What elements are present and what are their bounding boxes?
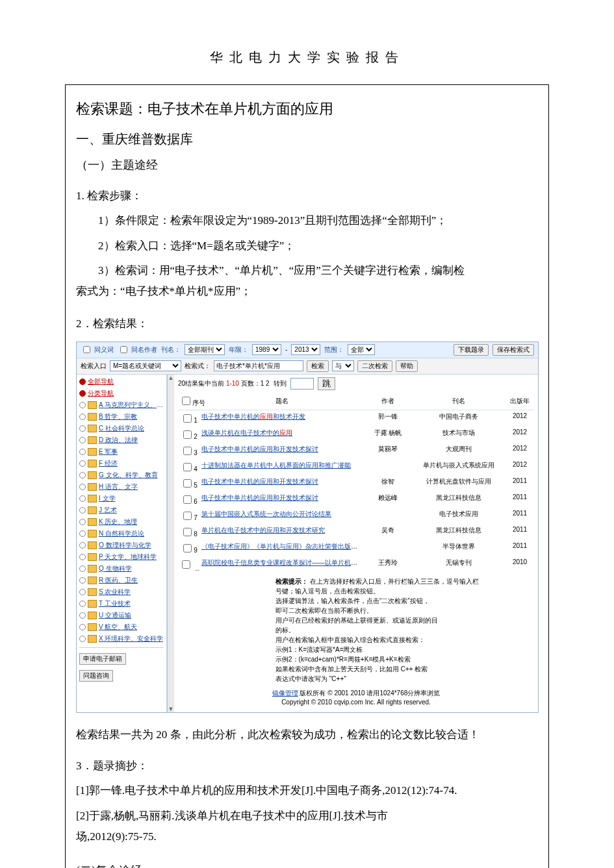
- nav-item[interactable]: A 马克思列宁主义、毛泽东: [79, 399, 164, 411]
- result-title-link[interactable]: 电子技术中单片机的应用和开发技术探讨: [201, 494, 318, 501]
- nav-item-link[interactable]: Q 生物科学: [99, 564, 132, 573]
- nav-item[interactable]: J 艺术: [79, 504, 164, 516]
- row-checkbox[interactable]: [183, 479, 192, 488]
- row-checkbox[interactable]: [183, 430, 192, 439]
- bool-select[interactable]: 与: [332, 360, 354, 371]
- row-year: 2011: [505, 491, 534, 508]
- expr-input[interactable]: [214, 360, 303, 371]
- nav-item-link[interactable]: D 政治、法律: [99, 436, 138, 445]
- help-button[interactable]: 帮助: [396, 360, 418, 372]
- nav-item-link[interactable]: 全部导航: [88, 377, 114, 386]
- nav-item[interactable]: O 数理科学与化学: [79, 539, 164, 551]
- goto-button[interactable]: 跳: [318, 377, 335, 390]
- nav-item[interactable]: R 医药、卫生: [79, 575, 164, 586]
- nav-item-link[interactable]: U 交通运输: [99, 611, 131, 620]
- nav-item-link[interactable]: G 文化、科学、教育: [99, 471, 158, 480]
- nav-item-link[interactable]: O 数理科学与化学: [99, 541, 151, 550]
- row-checkbox[interactable]: [183, 414, 192, 423]
- nav-item[interactable]: T 工业技术: [79, 598, 164, 610]
- results-count: 20结果集中当前 1-10 页数：1 2: [178, 379, 270, 388]
- result-title-link[interactable]: 电子技术中单片机的应用和开发技术探讨: [201, 478, 318, 485]
- nav-item-link[interactable]: H 语言、文字: [99, 482, 138, 491]
- nav-item-link[interactable]: K 历史、地理: [99, 517, 137, 527]
- chk-same-author[interactable]: 同名作者: [118, 344, 157, 355]
- nav-item[interactable]: D 政治、法律: [79, 434, 164, 446]
- year-from-select[interactable]: 1989: [252, 344, 281, 355]
- nav-item[interactable]: V 航空、航天: [79, 621, 164, 633]
- nav-item[interactable]: 分类导航: [79, 388, 164, 399]
- year-to-select[interactable]: 2013: [291, 344, 320, 355]
- nav-item[interactable]: H 语言、文字: [79, 481, 164, 493]
- nav-mail-button[interactable]: 申请电子邮箱: [79, 653, 126, 665]
- result-title-link[interactable]: 高职院校电子信息类专业课程改革探讨——以单片机应用技术课程开发为例: [201, 559, 364, 566]
- nav-item[interactable]: Q 生物科学: [79, 563, 164, 575]
- select-all-checkbox[interactable]: [182, 397, 190, 405]
- folder-icon: [88, 506, 97, 514]
- row-checkbox[interactable]: [183, 463, 192, 471]
- nav-item[interactable]: G 文化、科学、教育: [79, 469, 164, 481]
- nav-item-link[interactable]: B 哲学、宗教: [99, 412, 137, 421]
- nav-item-link[interactable]: S 农业科学: [99, 588, 131, 597]
- nav-item-link[interactable]: F 经济: [99, 459, 118, 468]
- nav-item[interactable]: X 环境科学、安全科学: [79, 633, 164, 645]
- nav-consult-button[interactable]: 问题咨询: [79, 670, 113, 682]
- table-row: 6电子技术中单片机的应用和开发技术探讨赖远峰黑龙江科技信息2011: [178, 491, 534, 508]
- scroll-up-icon[interactable]: ▲: [168, 375, 174, 381]
- nav-item[interactable]: K 历史、地理: [79, 516, 164, 528]
- search-button[interactable]: 检索: [307, 360, 329, 372]
- entry-select[interactable]: M=题名或关键词: [110, 360, 181, 371]
- nav-item[interactable]: I 文学: [79, 493, 164, 504]
- nav-item[interactable]: B 哲学、宗教: [79, 411, 164, 423]
- db-queryrow: 检索入口 M=题名或关键词 检索式： 检索 与 二次检索 帮助: [77, 358, 538, 375]
- chk-synonym-input[interactable]: [83, 346, 90, 353]
- nav-item-link[interactable]: N 自然科学总论: [99, 529, 144, 538]
- scroll-down-icon[interactable]: ▼: [168, 706, 174, 712]
- result-title-link[interactable]: 电子技术中单片机的应用和技术开发: [201, 413, 305, 420]
- nav-scrollbar[interactable]: ▲ ▼: [167, 375, 174, 712]
- chk-synonym[interactable]: 同义词: [81, 344, 114, 355]
- row-checkbox[interactable]: [183, 544, 192, 552]
- nav-item[interactable]: F 经济: [79, 458, 164, 469]
- nav-item-link[interactable]: T 工业技术: [99, 599, 131, 608]
- journal-select[interactable]: 全部期刊: [185, 344, 225, 355]
- nav-item[interactable]: N 自然科学总论: [79, 528, 164, 539]
- scope-select[interactable]: 全部: [348, 344, 375, 355]
- row-checkbox[interactable]: [183, 495, 192, 504]
- mirror-link[interactable]: 镜像管理: [272, 689, 298, 697]
- col-journal: 刊名: [412, 393, 505, 410]
- nav-item[interactable]: U 交通运输: [79, 610, 164, 621]
- nav-item-link[interactable]: C 社会科学总论: [99, 424, 144, 433]
- row-checkbox[interactable]: [183, 512, 192, 520]
- row-checkbox[interactable]: [182, 560, 190, 569]
- result-title-link[interactable]: 电子技术中单片机的应用和开发技术探讨: [201, 445, 318, 453]
- nav-item-link[interactable]: 分类导航: [88, 389, 114, 398]
- result-title-link[interactable]: 单片机在电子技术中的应用和开发技术研究: [201, 527, 325, 534]
- row-checkbox[interactable]: [183, 528, 192, 536]
- nav-item-link[interactable]: V 航空、航天: [99, 623, 137, 632]
- download-button[interactable]: 下载题录: [454, 344, 489, 356]
- nav-item[interactable]: S 农业科学: [79, 586, 164, 598]
- nav-item-link[interactable]: E 军事: [99, 447, 118, 456]
- save-expr-button[interactable]: 保存检索式: [492, 344, 534, 356]
- nav-item[interactable]: P 天文学、地球科学: [79, 551, 164, 563]
- row-journal: 电子技术应用: [412, 508, 505, 524]
- research-button[interactable]: 二次检索: [357, 360, 392, 372]
- nav-item[interactable]: 全部导航: [79, 376, 164, 388]
- goto-label: 转到: [274, 379, 287, 388]
- nav-item-link[interactable]: R 医药、卫生: [99, 576, 138, 585]
- nav-item-link[interactable]: J 艺术: [99, 506, 117, 515]
- result-title-link[interactable]: 浅谈单片机在电子技术中的应用: [201, 429, 292, 436]
- result-title-link[interactable]: 第十届中国嵌入式系统一次动向公开讨论结果: [201, 510, 331, 517]
- nav-item[interactable]: C 社会科学总论: [79, 423, 164, 434]
- nav-item-link[interactable]: I 文学: [99, 494, 116, 503]
- row-checkbox[interactable]: [183, 447, 192, 455]
- nav-item-link[interactable]: X 环境科学、安全科学: [99, 634, 163, 643]
- row-journal: 单片机与嵌入式系统应用: [412, 459, 505, 475]
- result-title-link[interactable]: 十进制加法器在单片机中人机界面的应用和推广潜能: [201, 462, 351, 469]
- nav-item-link[interactable]: A 马克思列宁主义、毛泽东: [99, 401, 164, 410]
- nav-item[interactable]: E 军事: [79, 446, 164, 458]
- result-title-link[interactable]: 《电子技术应用》《单片机与应用》杂志社荣誉出版《电子技术应用》杂志产品行: [201, 543, 364, 550]
- nav-item-link[interactable]: P 天文学、地球科学: [99, 552, 157, 562]
- chk-same-author-input[interactable]: [120, 346, 127, 353]
- goto-input[interactable]: [290, 378, 314, 390]
